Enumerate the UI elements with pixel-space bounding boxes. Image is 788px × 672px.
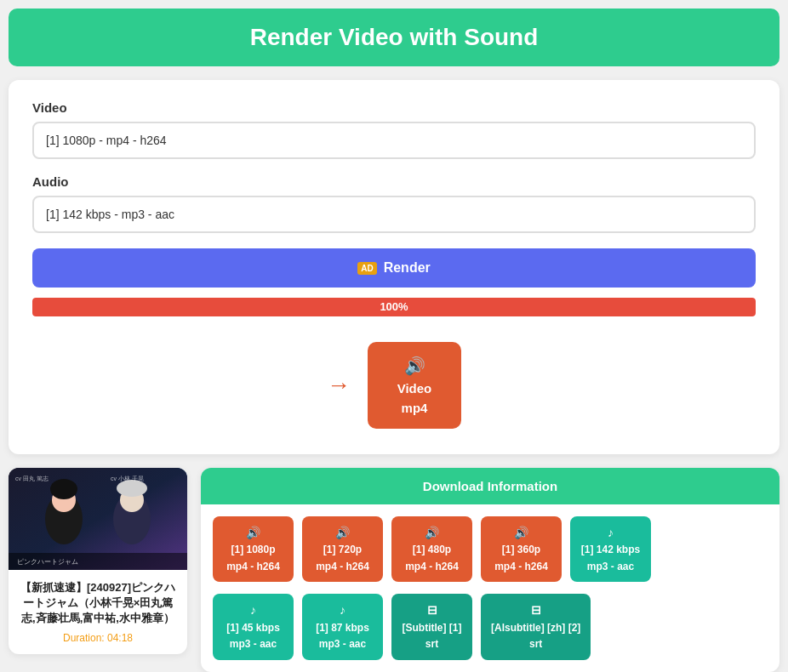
- subtitle-icon-2: ⊟: [531, 602, 541, 618]
- result-label2: mp4: [402, 401, 428, 415]
- ad-badge: AD: [357, 262, 376, 275]
- dl-btn-480p[interactable]: 🔊 [1] 480p mp4 - h264: [391, 516, 472, 582]
- dl-btn-subtitle[interactable]: ⊟ [Subtitle] [1] srt: [391, 594, 472, 659]
- arrow-icon: →: [327, 372, 351, 399]
- progress-bar-container: 100%: [32, 298, 756, 316]
- music-icon-2: ♪: [250, 602, 256, 618]
- thumbnail-card: ピンクハートジャム cv 田丸 篤志 cv 小林 千晃 【新抓速逮】[24092…: [9, 468, 187, 654]
- thumbnail-title: 【新抓速逮】[240927]ピンクハートジャム（小林千晃×田丸篤志,斉藤壮馬,富…: [19, 580, 177, 627]
- app-container: Render Video with Sound Video [1] 1080p …: [0, 0, 788, 672]
- download-card: Download Information 🔊 [1] 1080p mp4 - h…: [201, 468, 779, 672]
- result-video-button[interactable]: 🔊 Video mp4: [368, 342, 461, 429]
- subtitle-icon-1: ⊟: [427, 602, 437, 618]
- video-select[interactable]: [1] 1080p - mp4 - h264[1] 720p - mp4 - h…: [32, 122, 756, 159]
- svg-text:cv 田丸 篤志: cv 田丸 篤志: [15, 476, 49, 481]
- svg-point-6: [117, 480, 147, 497]
- progress-text: 100%: [32, 298, 756, 316]
- dl-btn-87kbps[interactable]: ♪ [1] 87 kbps mp3 - aac: [302, 594, 383, 659]
- bottom-section: ピンクハートジャム cv 田丸 篤志 cv 小林 千晃 【新抓速逮】[24092…: [9, 468, 779, 672]
- page-title: Render Video with Sound: [26, 24, 762, 51]
- audio-label: Audio: [32, 174, 756, 189]
- render-button-label: Render: [384, 260, 431, 276]
- svg-text:cv 小林 千晃: cv 小林 千晃: [111, 476, 144, 481]
- dl-btn-alsubtitle[interactable]: ⊟ [Alsubtitle] [zh] [2] srt: [481, 594, 591, 659]
- dl-btn-720p[interactable]: 🔊 [1] 720p mp4 - h264: [302, 516, 383, 582]
- result-label1: Video: [397, 381, 432, 396]
- main-card: Video [1] 1080p - mp4 - h264[1] 720p - m…: [9, 80, 779, 454]
- speaker-icon-3: 🔊: [425, 525, 439, 540]
- header: Render Video with Sound: [9, 9, 779, 66]
- sound-icon: 🔊: [404, 356, 425, 376]
- speaker-icon-1: 🔊: [246, 525, 260, 540]
- dl-btn-142kbps[interactable]: ♪ [1] 142 kbps mp3 - aac: [570, 516, 651, 582]
- render-button[interactable]: AD Render: [32, 248, 756, 288]
- speaker-icon-4: 🔊: [514, 525, 528, 540]
- svg-point-3: [50, 479, 77, 499]
- download-header: Download Information: [201, 468, 779, 504]
- svg-text:ピンクハートジャム: ピンクハートジャム: [17, 558, 78, 566]
- download-grid-row2: ♪ [1] 45 kbps mp3 - aac ♪ [1] 87 kbps mp…: [201, 594, 779, 671]
- result-area: → 🔊 Video mp4: [32, 333, 756, 434]
- music-icon-3: ♪: [340, 602, 345, 618]
- thumbnail-info: 【新抓速逮】[240927]ピンクハートジャム（小林千晃×田丸篤志,斉藤壮馬,富…: [9, 570, 187, 654]
- audio-select[interactable]: [1] 142 kbps - mp3 - aac[1] 87 kbps - mp…: [32, 196, 756, 233]
- video-label: Video: [32, 100, 756, 115]
- download-grid-row1: 🔊 [1] 1080p mp4 - h264 🔊 [1] 720p mp4 - …: [201, 504, 779, 594]
- dl-btn-1080p[interactable]: 🔊 [1] 1080p mp4 - h264: [213, 516, 294, 582]
- thumbnail-duration: Duration: 04:18: [19, 632, 177, 644]
- music-icon-1: ♪: [608, 525, 614, 540]
- dl-btn-45kbps[interactable]: ♪ [1] 45 kbps mp3 - aac: [213, 594, 294, 659]
- thumbnail-image: ピンクハートジャム cv 田丸 篤志 cv 小林 千晃: [9, 468, 187, 570]
- speaker-icon-2: 🔊: [335, 525, 350, 540]
- dl-btn-360p[interactable]: 🔊 [1] 360p mp4 - h264: [481, 516, 562, 582]
